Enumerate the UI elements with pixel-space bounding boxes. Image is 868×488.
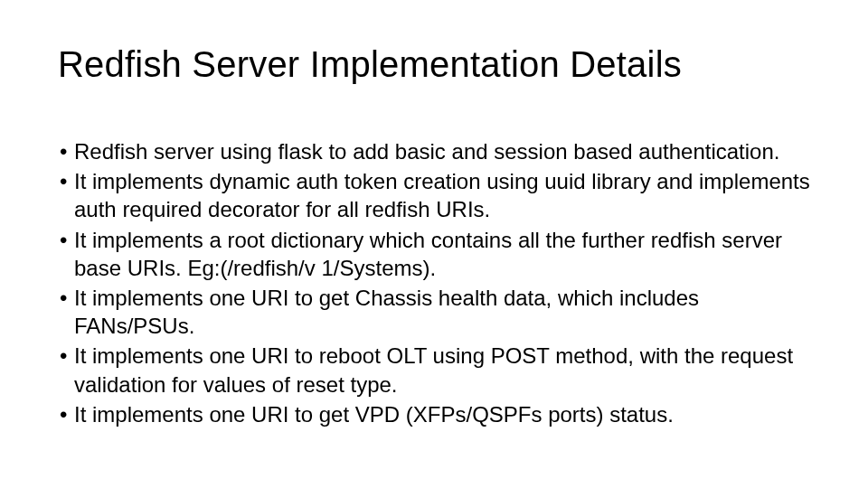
bullet-icon: •: [58, 167, 74, 195]
list-item: • It implements dynamic auth token creat…: [58, 167, 810, 223]
bullet-icon: •: [58, 226, 74, 254]
list-item: • It implements one URI to get Chassis h…: [58, 284, 810, 340]
list-item: • It implements a root dictionary which …: [58, 226, 810, 282]
slide-title: Redfish Server Implementation Details: [58, 43, 810, 85]
bullet-icon: •: [58, 284, 74, 312]
list-item: • Redfish server using flask to add basi…: [58, 137, 810, 165]
list-item-text: It implements one URI to get VPD (XFPs/Q…: [74, 400, 810, 428]
list-item-text: It implements one URI to get Chassis hea…: [74, 284, 810, 340]
list-item: • It implements one URI to reboot OLT us…: [58, 342, 810, 398]
list-item: • It implements one URI to get VPD (XFPs…: [58, 400, 810, 428]
bullet-icon: •: [58, 137, 74, 165]
list-item-text: It implements dynamic auth token creatio…: [74, 167, 810, 223]
bullet-list: • Redfish server using flask to add basi…: [58, 137, 810, 428]
slide: Redfish Server Implementation Details • …: [0, 0, 868, 488]
bullet-icon: •: [58, 400, 74, 428]
list-item-text: It implements one URI to reboot OLT usin…: [74, 342, 810, 398]
list-item-text: It implements a root dictionary which co…: [74, 226, 810, 282]
list-item-text: Redfish server using flask to add basic …: [74, 137, 810, 165]
bullet-icon: •: [58, 342, 74, 370]
